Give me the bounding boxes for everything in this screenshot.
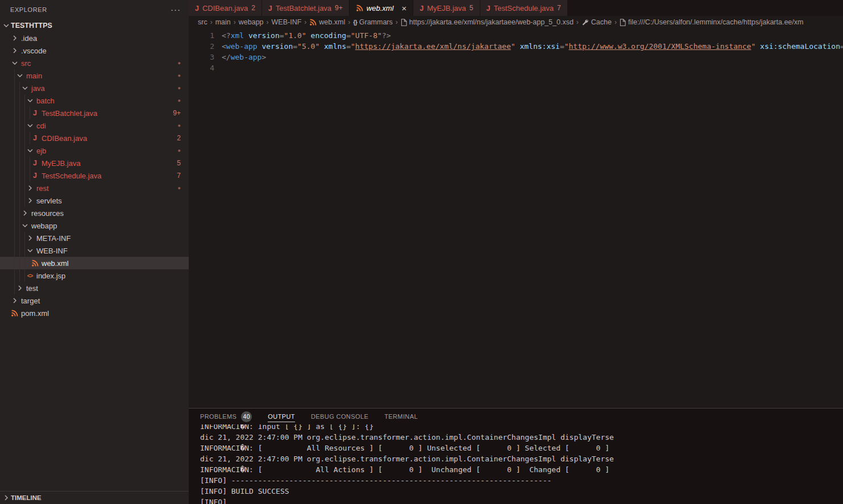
tree-item-TestSchedule.java[interactable]: JTestSchedule.java7 (0, 169, 189, 182)
indent-guide (19, 207, 20, 219)
output-console[interactable]: INFORMACI�N: Input [ {} ] as [ {} ]: {}d… (189, 424, 843, 504)
code-text: </web-app> (222, 52, 266, 63)
tree-item-resources[interactable]: resources (0, 207, 189, 219)
indent-guide (19, 169, 20, 182)
tree-item-batch[interactable]: batch● (0, 94, 189, 107)
output-line: dic 21, 2022 2:47:00 PM org.eclipse.tran… (200, 453, 843, 464)
breadcrumb-item-main[interactable]: main (215, 18, 231, 26)
panel-tab-DEBUG CONSOLE[interactable]: DEBUG CONSOLE (311, 411, 368, 422)
tree-item-target[interactable]: target (0, 294, 189, 307)
panel-tab-TERMINAL[interactable]: TERMINAL (384, 411, 418, 422)
tree-item-label: main (26, 72, 42, 80)
tree-item-TestBatchlet.java[interactable]: JTestBatchlet.java9+ (0, 107, 189, 119)
chevron-right-icon (1, 493, 11, 502)
xml-icon (10, 310, 19, 317)
tree-item-rest[interactable]: rest● (0, 182, 189, 194)
indent-guide (24, 144, 25, 157)
chevron-down-icon (20, 221, 30, 230)
indent-guide (24, 157, 25, 169)
panel-tab-PROBLEMS[interactable]: PROBLEMS40 (200, 411, 252, 422)
panel-tab-bar: PROBLEMS40OUTPUTDEBUG CONSOLETERMINAL (189, 409, 843, 424)
breadcrumb-item-file:///C:/Users/alfon/.lemminx/cache/https/jakarta.ee/xm[interactable]: file:///C:/Users/alfon/.lemminx/cache/ht… (620, 18, 803, 26)
tree-item-servlets[interactable]: servlets (0, 194, 189, 207)
breadcrumb-item-Cache[interactable]: Cache (582, 18, 612, 26)
tree-item-label: web.xml (41, 259, 69, 268)
modified-dot-badge: ● (178, 73, 189, 78)
tree-item-src[interactable]: src● (0, 57, 189, 69)
tree-item-WEB-INF[interactable]: WEB-INF (0, 244, 189, 257)
tree-item-ejb[interactable]: ejb● (0, 144, 189, 157)
tab-web.xml[interactable]: web.xml× (350, 0, 413, 16)
breadcrumb-label: Grammars (359, 18, 393, 26)
chevron-right-icon (10, 296, 19, 305)
code-line[interactable]: 3</web-app> (189, 52, 843, 63)
breadcrumb-label: https://jakarta.ee/xml/ns/jakartaee/web-… (409, 18, 574, 26)
tree-item-main[interactable]: main● (0, 69, 189, 82)
breadcrumb-item-https://jakarta.ee/xml/ns/jakartaee/web-app_5_0.xsd[interactable]: https://jakarta.ee/xml/ns/jakartaee/web-… (401, 18, 574, 26)
chevron-right-icon (15, 284, 24, 293)
output-line: INFORMACI�N: [ All Actions ] [ 0 ] Uncha… (200, 464, 843, 475)
breadcrumb-separator: › (348, 18, 350, 26)
breadcrumb-item-web.xml[interactable]: web.xml (309, 18, 345, 26)
indent-guide (14, 107, 15, 119)
tab-CDIBean.java[interactable]: JCDIBean.java2 (189, 0, 262, 16)
chevron-right-icon (20, 209, 30, 218)
problems-count-badge: 40 (241, 411, 252, 422)
modified-dot-badge: ● (178, 123, 189, 128)
tree-item-.vscode[interactable]: .vscode (0, 44, 189, 57)
breadcrumb-item-Grammars[interactable]: {}Grammars (353, 18, 393, 26)
code-line[interactable]: 1<?xml version="1.0" encoding="UTF-8"?> (189, 30, 843, 41)
indent-guide (19, 107, 20, 119)
code-line[interactable]: 2<web-app version="5.0" xmlns="https://j… (189, 41, 843, 52)
code-line[interactable]: 4 (189, 63, 843, 73)
tree-item-.idea[interactable]: .idea (0, 32, 189, 44)
xml-icon (356, 5, 363, 12)
indent-guide (14, 207, 15, 219)
chevron-down-icon (25, 246, 35, 255)
breadcrumb-label: src (198, 18, 207, 26)
indent-guide (30, 107, 30, 119)
editor-area: JCDIBean.java2JTestBatchlet.java9+web.xm… (189, 0, 843, 504)
tab-TestSchedule.java[interactable]: JTestSchedule.java7 (480, 0, 568, 16)
tree-item-webapp[interactable]: webapp (0, 219, 189, 232)
tree-item-index.jsp[interactable]: <>index.jsp (0, 269, 189, 282)
timeline-section[interactable]: TIMELINE (0, 491, 189, 504)
tree-item-label: servlets (36, 197, 62, 205)
tab-TestBatchlet.java[interactable]: JTestBatchlet.java9+ (262, 0, 350, 16)
tree-item-MyEJB.java[interactable]: JMyEJB.java5 (0, 157, 189, 169)
indent-guide (24, 169, 25, 182)
breadcrumb-item-webapp[interactable]: webapp (239, 18, 264, 26)
tree-item-label: index.jsp (36, 272, 65, 280)
project-root-header[interactable]: TESTHTTPS (0, 19, 189, 32)
indent-guide (30, 132, 30, 144)
tree-item-CDIBean.java[interactable]: JCDIBean.java2 (0, 132, 189, 144)
xml-icon (30, 260, 40, 267)
tree-item-label: CDIBean.java (41, 134, 87, 143)
breadcrumb-separator: › (614, 18, 617, 26)
indent-guide (24, 107, 25, 119)
modified-dot-badge: ● (178, 60, 189, 66)
tree-item-cdi[interactable]: cdi● (0, 119, 189, 132)
tab-problem-count: 2 (251, 4, 255, 12)
tree-item-pom.xml[interactable]: pom.xml (0, 307, 189, 319)
code-editor[interactable]: 1<?xml version="1.0" encoding="UTF-8"?>2… (189, 28, 843, 408)
tree-item-java[interactable]: java● (0, 82, 189, 94)
tree-item-META-INF[interactable]: META-INF (0, 232, 189, 244)
panel-tab-OUTPUT[interactable]: OUTPUT (268, 411, 295, 422)
breadcrumb-item-src[interactable]: src (198, 18, 207, 26)
indent-guide (30, 157, 30, 169)
indent-guide (24, 182, 25, 194)
indent-guide (14, 82, 15, 94)
tree-item-web.xml[interactable]: web.xml (0, 257, 189, 269)
indent-guide (30, 257, 30, 269)
indent-guide (14, 257, 15, 269)
tab-MyEJB.java[interactable]: JMyEJB.java5 (413, 0, 480, 16)
indent-guide (19, 144, 20, 157)
breadcrumb-label: webapp (239, 18, 264, 26)
breadcrumb-item-WEB-INF[interactable]: WEB-INF (272, 18, 302, 26)
chevron-down-icon (20, 84, 30, 93)
close-icon[interactable]: × (401, 4, 406, 13)
more-actions-icon[interactable]: ··· (171, 7, 181, 13)
tree-item-label: cdi (36, 122, 46, 130)
tree-item-test[interactable]: test (0, 282, 189, 294)
